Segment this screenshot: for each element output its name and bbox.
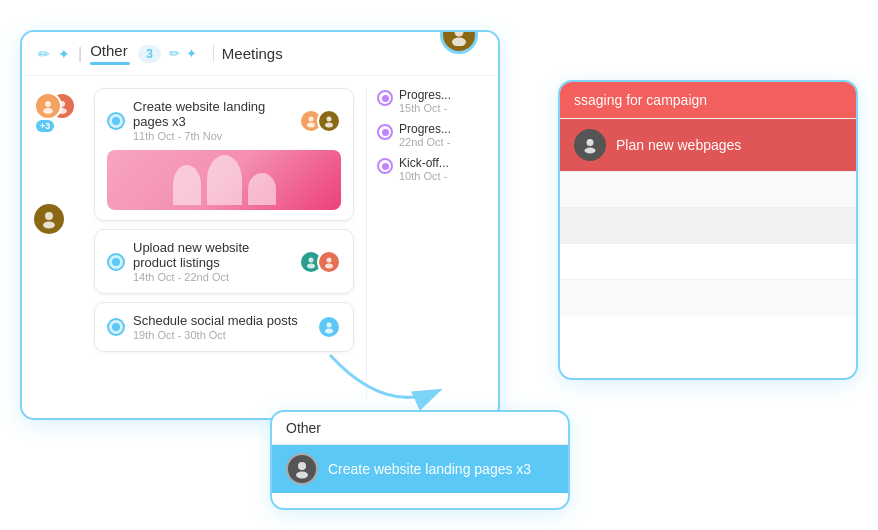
move-icon[interactable]: ✦ (58, 46, 70, 62)
task-check-3[interactable] (107, 318, 125, 336)
task-title-1: Create website landing pages x3 (133, 99, 291, 129)
svg-point-10 (327, 116, 332, 121)
task-avatars-2 (299, 250, 341, 274)
meeting-check-1 (377, 90, 393, 106)
task-title-3: Schedule social media posts (133, 313, 309, 328)
svg-point-9 (307, 122, 315, 127)
task-date-1: 11th Oct - 7th Nov (133, 130, 291, 142)
task-info-3: Schedule social media posts 19th Oct - 3… (133, 313, 309, 341)
svg-point-14 (327, 257, 332, 262)
meeting-title-2: Progres... (399, 122, 451, 136)
shape-2 (207, 155, 242, 205)
task-date-2: 14th Oct - 22nd Oct (133, 271, 291, 283)
header-actions: ✏ ✦ (169, 46, 197, 61)
task-card-2[interactable]: Upload new website product listings 14th… (94, 229, 354, 294)
tab-underline (90, 62, 130, 65)
edit-icon[interactable]: ✏ (38, 46, 50, 62)
svg-point-22 (296, 472, 308, 479)
meeting-check-2 (377, 124, 393, 140)
svg-point-6 (45, 212, 53, 220)
move-icon-2[interactable]: ✦ (186, 46, 197, 61)
avatar-1 (34, 92, 62, 120)
panel-header: ✏ ✦ | Other 3 ✏ ✦ Meetings (22, 32, 498, 76)
svg-point-11 (325, 122, 333, 127)
svg-point-2 (45, 101, 51, 107)
meeting-item-2: Progres... 22nd Oct - (377, 122, 486, 148)
meeting-date-3: 10th Oct - (399, 170, 449, 182)
svg-point-19 (585, 148, 596, 154)
bottom-panel-header: Other (272, 412, 568, 445)
task-card-1[interactable]: Create website landing pages x3 11th Oct… (94, 88, 354, 221)
right-panel-row-4[interactable] (560, 208, 856, 244)
meetings-section: Meetings (213, 45, 283, 62)
row-text-2: Plan new webpages (616, 137, 741, 153)
meeting-date-1: 15th Oct - (399, 102, 451, 114)
svg-point-12 (309, 257, 314, 262)
meeting-check-inner-3 (382, 163, 389, 170)
meeting-check-inner-1 (382, 95, 389, 102)
shape-1 (173, 165, 201, 205)
meeting-check-3 (377, 158, 393, 174)
task-card-2-header: Upload new website product listings 14th… (107, 240, 341, 283)
svg-point-7 (43, 222, 55, 229)
bottom-panel: Other Create website landing pages x3 (270, 410, 570, 510)
task-title-2: Upload new website product listings (133, 240, 291, 270)
task-avatars-1 (299, 109, 341, 133)
task-count-badge: 3 (138, 45, 161, 63)
task-card-1-header: Create website landing pages x3 11th Oct… (107, 99, 341, 142)
other-tab[interactable]: Other (90, 42, 130, 65)
meeting-date-2: 22nd Oct - (399, 136, 451, 148)
svg-point-21 (298, 462, 306, 470)
right-panel-row-5[interactable] (560, 244, 856, 280)
meetings-title: Meetings (222, 45, 283, 62)
right-panel: ssaging for campaign Plan new webpages (558, 80, 858, 380)
meeting-title-3: Kick-off... (399, 156, 449, 170)
meeting-check-inner-2 (382, 129, 389, 136)
task-image-1 (107, 150, 341, 210)
right-panel-row-6[interactable] (560, 280, 856, 316)
task-check-inner-1 (112, 117, 120, 125)
row-avatar-2 (574, 129, 606, 161)
svg-point-17 (325, 329, 333, 334)
svg-point-8 (309, 116, 314, 121)
svg-point-15 (325, 263, 333, 268)
right-panel-row-2[interactable]: Plan new webpages (560, 119, 856, 172)
svg-point-13 (307, 263, 315, 268)
svg-point-1 (452, 38, 466, 47)
row-text-1: ssaging for campaign (574, 92, 707, 108)
meeting-info-2: Progres... 22nd Oct - (399, 122, 451, 148)
task-card-3-header: Schedule social media posts 19th Oct - 3… (107, 313, 341, 341)
avatar-count-badge: +3 (36, 120, 54, 132)
bottom-row-avatar (286, 453, 318, 485)
bottom-panel-title: Other (286, 420, 321, 436)
svg-point-3 (43, 108, 53, 114)
svg-point-16 (327, 323, 332, 328)
avatar-group-1: +3 (34, 92, 82, 126)
avatar-single-1 (34, 204, 64, 234)
right-panel-row-3[interactable] (560, 172, 856, 208)
meeting-item-1: Progres... 15th Oct - (377, 88, 486, 114)
task-check-inner-3 (112, 323, 120, 331)
task-date-3: 19th Oct - 30th Oct (133, 329, 309, 341)
task-check-1[interactable] (107, 112, 125, 130)
bottom-row-text: Create website landing pages x3 (328, 461, 531, 477)
right-panel-row-1[interactable]: ssaging for campaign (560, 82, 856, 119)
meeting-item-3: Kick-off... 10th Oct - (377, 156, 486, 182)
meeting-info-3: Kick-off... 10th Oct - (399, 156, 449, 182)
avatar-column: +3 (34, 88, 82, 400)
svg-point-0 (455, 30, 464, 37)
meeting-title-1: Progres... (399, 88, 451, 102)
shape-3 (248, 173, 276, 205)
task-info-1: Create website landing pages x3 11th Oct… (133, 99, 291, 142)
bottom-panel-row[interactable]: Create website landing pages x3 (272, 445, 568, 493)
task-check-2[interactable] (107, 253, 125, 271)
header-divider-1: | (78, 45, 82, 63)
svg-point-18 (587, 139, 594, 146)
meeting-info-1: Progres... 15th Oct - (399, 88, 451, 114)
task-info-2: Upload new website product listings 14th… (133, 240, 291, 283)
task-check-inner-2 (112, 258, 120, 266)
task-avatar-2b (317, 250, 341, 274)
edit-icon-2[interactable]: ✏ (169, 46, 180, 61)
task-image-shape (173, 155, 276, 205)
other-title: Other (90, 42, 128, 59)
